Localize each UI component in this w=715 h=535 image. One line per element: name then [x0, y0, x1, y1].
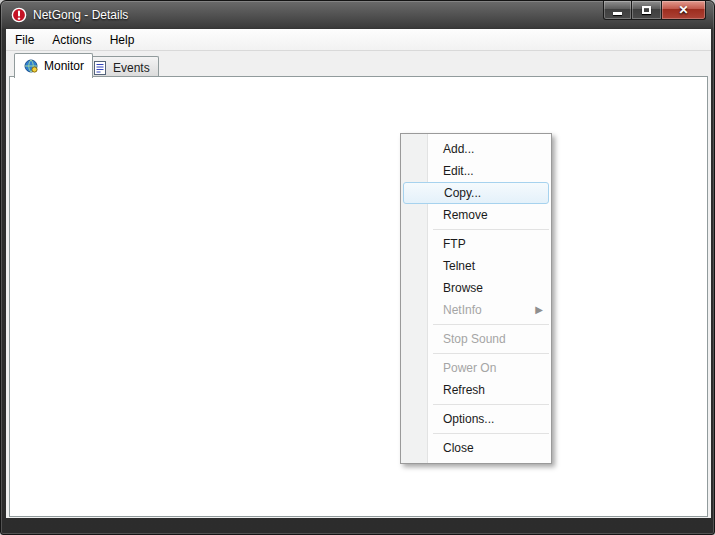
globe-icon: [23, 59, 39, 74]
tab-monitor[interactable]: Monitor: [14, 53, 93, 78]
tab-events[interactable]: Events: [83, 56, 159, 78]
context-menu-item-browse[interactable]: Browse: [401, 277, 551, 299]
menu-separator: [433, 324, 549, 325]
close-icon: ✕: [678, 4, 688, 16]
context-menu-item-netinfo: NetInfo▶: [401, 299, 551, 321]
menu-bar: File Actions Help: [6, 29, 711, 51]
context-menu-item-copy[interactable]: Copy...: [403, 182, 549, 204]
tab-monitor-label: Monitor: [44, 59, 84, 73]
context-menu-item-add[interactable]: Add...: [401, 138, 551, 160]
context-menu-item-refresh[interactable]: Refresh: [401, 379, 551, 401]
minimize-icon: [613, 12, 622, 15]
titlebar[interactable]: NetGong - Details ✕: [1, 1, 715, 29]
maximize-icon: [642, 6, 651, 14]
maximize-button[interactable]: [632, 1, 661, 20]
tab-events-label: Events: [113, 61, 150, 75]
context-menu-item-close[interactable]: Close: [401, 437, 551, 459]
menu-file[interactable]: File: [6, 30, 43, 50]
close-button[interactable]: ✕: [661, 1, 706, 20]
menu-separator: [433, 353, 549, 354]
context-menu-item-stop-sound: Stop Sound: [401, 328, 551, 350]
menu-actions[interactable]: Actions: [43, 30, 100, 50]
context-menu-item-power-on: Power On: [401, 357, 551, 379]
app-icon: [11, 8, 27, 23]
menu-help[interactable]: Help: [101, 30, 144, 50]
menu-separator: [433, 229, 549, 230]
context-menu-item-options[interactable]: Options...: [401, 408, 551, 430]
context-menu: Add... Edit... Copy... Remove FTP Telnet…: [400, 133, 552, 464]
window-caption-buttons: ✕: [603, 1, 706, 20]
window-title: NetGong - Details: [33, 8, 128, 22]
document-icon: [92, 60, 108, 75]
app-window: NetGong - Details ✕ File Actions Help Mo…: [0, 0, 715, 535]
menu-separator: [433, 404, 549, 405]
menu-separator: [433, 433, 549, 434]
context-menu-item-ftp[interactable]: FTP: [401, 233, 551, 255]
minimize-button[interactable]: [603, 1, 632, 20]
context-menu-item-edit[interactable]: Edit...: [401, 160, 551, 182]
submenu-arrow-icon: ▶: [535, 299, 543, 321]
context-menu-item-remove[interactable]: Remove: [401, 204, 551, 226]
tab-page-monitor: [9, 76, 708, 517]
context-menu-item-telnet[interactable]: Telnet: [401, 255, 551, 277]
